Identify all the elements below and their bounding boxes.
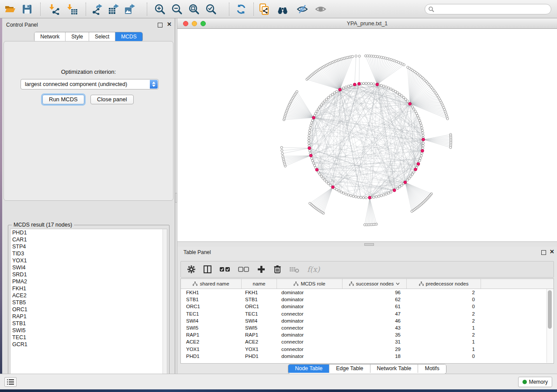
table-row[interactable]: TEC1TEC1connector472 [181,310,554,317]
delete-column-trash-icon[interactable] [273,265,282,274]
main-toolbar [0,0,557,18]
search-input[interactable] [434,5,551,14]
column-header-successor-nodes[interactable]: successor nodes [343,279,407,289]
mcds-result-item[interactable]: ORC1 [10,306,167,313]
clone-network-button[interactable] [259,3,270,15]
optimization-criterion-label: Optimization criterion: [4,69,173,75]
show-panel-button[interactable] [315,3,326,15]
close-panel-icon[interactable]: ✕ [550,249,554,255]
table-row[interactable]: SWI5SWI5connector431 [181,324,554,331]
deselect-all-icon[interactable] [238,265,249,274]
column-namespace-icon [294,282,298,286]
zoom-fit-button[interactable] [188,3,200,15]
horizontal-splitter[interactable] [177,241,557,247]
control-panel-header: Control Panel ✕ [2,18,175,31]
export-network-button[interactable] [92,3,103,15]
mcds-result-item[interactable]: STB5 [10,299,167,306]
mcds-result-item[interactable]: GCR1 [10,341,167,348]
save-session-button[interactable] [21,3,33,15]
table-cell: RAP1 [181,332,242,337]
table-cell: 31 [343,339,407,344]
tab-select[interactable]: Select [89,32,115,41]
task-history-button[interactable] [4,377,17,387]
function-builder-icon: f(x) [307,265,320,274]
table-cell: 2 [407,290,481,295]
float-panel-icon[interactable] [541,250,546,255]
table-settings-gear-icon[interactable] [187,265,196,274]
table-panel: Table Panel ✕ [177,247,557,374]
zoom-in-icon [154,3,166,15]
scrollbar-thumb[interactable] [548,290,552,329]
table-row[interactable]: ORC1ORC1dominator610 [181,303,554,310]
search-box[interactable] [425,4,551,14]
select-all-icon[interactable] [219,265,231,274]
binoculars-icon [277,3,288,15]
mcds-result-item[interactable]: STP4 [10,243,167,250]
table-row[interactable]: YOX1YOX1connector291 [181,346,554,353]
mcds-result-item[interactable]: ACE2 [10,292,167,299]
network-window-titlebar[interactable]: YPA_prune.txt_1 [177,18,557,29]
column-header-name[interactable]: name [242,279,277,289]
tab-network-table[interactable]: Network Table [370,364,418,373]
mcds-result-item[interactable]: SRD1 [10,271,167,278]
table-cell: 2 [407,311,481,316]
table-cell: TEC1 [242,311,277,316]
mcds-result-item[interactable]: CAR1 [10,236,167,243]
zoom-selected-button[interactable] [205,3,217,15]
mcds-result-item[interactable]: PHD1 [10,229,167,236]
table-row[interactable]: FKH1FKH1dominator962 [181,289,554,296]
mcds-result-item[interactable]: RAP1 [10,313,167,320]
open-session-button[interactable] [4,3,16,15]
table-row[interactable]: PHD1PHD1dominator180 [181,353,554,360]
tab-network[interactable]: Network [35,32,65,41]
table-body: FKH1FKH1dominator962STB1STB1dominator620… [181,289,554,360]
export-table-button[interactable] [108,3,119,15]
column-header-mcds-role[interactable]: MCDS role [277,279,343,289]
table-row[interactable]: SWI4SWI4dominator462 [181,317,554,324]
table-scrollbar[interactable] [547,289,553,363]
sort-descending-icon [396,282,400,285]
run-mcds-button[interactable]: Run MCDS [42,95,84,104]
network-canvas[interactable] [177,29,557,241]
close-panel-icon[interactable]: ✕ [167,21,172,28]
table-row[interactable]: STB1STB1dominator620 [181,296,554,303]
zoom-in-button[interactable] [154,3,166,15]
mcds-result-item[interactable]: YOX1 [10,257,167,264]
table-row[interactable]: RAP1RAP1dominator352 [181,331,554,338]
add-column-icon[interactable] [257,265,266,274]
status-bar: Memory [0,374,557,389]
show-column-panel-icon[interactable] [203,265,212,274]
table-cell: RAP1 [242,332,277,337]
zoom-out-button[interactable] [171,3,183,15]
table-cell: 0 [407,297,481,302]
float-panel-icon[interactable] [158,23,163,28]
optimization-criterion-select[interactable]: largest connected component (undirected) [21,79,159,89]
column-header-predecessor-nodes[interactable]: predecessor nodes [407,279,481,289]
tab-style[interactable]: Style [65,32,89,41]
mcds-result-item[interactable]: FKH1 [10,285,167,292]
tab-mcds[interactable]: MCDS [115,32,142,41]
mcds-result-item[interactable]: PMA2 [10,278,167,285]
import-table-button[interactable] [67,3,78,15]
tab-node-table[interactable]: Node Table [288,364,329,373]
search-network-button[interactable] [277,3,288,15]
close-panel-button[interactable]: Close panel [90,95,134,104]
table-row[interactable]: ACE2ACE2connector311 [181,338,554,345]
splitter-handle[interactable] [364,243,374,246]
export-image-button[interactable] [124,3,135,15]
mcds-list-scrollbar[interactable] [163,229,167,385]
mcds-result-item[interactable]: TID3 [10,250,167,257]
column-header-shared-name[interactable]: shared name [181,279,242,289]
refresh-button[interactable] [235,3,247,15]
mcds-result-item[interactable]: TEC1 [10,334,167,341]
hide-panel-button[interactable] [297,3,308,15]
tab-edge-table[interactable]: Edge Table [329,364,370,373]
mcds-result-item[interactable]: SWI4 [10,264,167,271]
mcds-result-item[interactable]: STB1 [10,320,167,327]
memory-button[interactable]: Memory [518,377,552,387]
table-cell: SWI5 [181,325,242,330]
mcds-result-item[interactable]: SWI5 [10,327,167,334]
import-network-button[interactable] [49,3,60,15]
tab-motifs[interactable]: Motifs [418,364,446,373]
splitter-handle[interactable] [175,193,177,203]
